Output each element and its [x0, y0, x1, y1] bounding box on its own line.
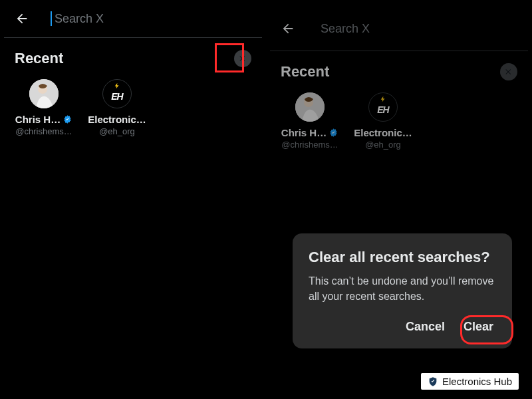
recent-item-handle: @eh_org [99, 126, 135, 136]
verified-badge-icon [63, 114, 72, 124]
watermark-text: Electronics Hub [442, 376, 512, 387]
phone-screenshot-right: Search X Recent Chris H… [270, 0, 528, 391]
bolt-icon [114, 82, 120, 89]
recent-item[interactable]: Chris H… @chrishems… [279, 92, 340, 150]
back-button[interactable] [11, 7, 33, 30]
recent-item-name: Electronic… [88, 114, 146, 125]
recent-item-name: Chris H… [15, 114, 61, 125]
back-button[interactable] [277, 17, 299, 40]
recent-item[interactable]: Chris H… @chrishems… [13, 79, 74, 136]
annotation-highlight-rect [215, 43, 244, 72]
text-cursor [51, 11, 52, 26]
avatar: EH [102, 79, 132, 108]
recent-item-name-row: Chris H… [281, 127, 338, 138]
verified-badge-icon [329, 128, 338, 138]
arrow-left-icon [281, 21, 295, 36]
recent-item-handle: @chrishems… [281, 140, 338, 150]
search-placeholder: Search X [55, 12, 104, 26]
avatar [29, 79, 59, 108]
recent-item-handle: @eh_org [365, 140, 401, 150]
avatar-logo-text: EH [111, 91, 122, 102]
top-bar: Search X [4, 0, 262, 38]
recent-item-name: Electronic… [354, 127, 412, 138]
avatar [295, 92, 325, 122]
arrow-left-icon [15, 11, 29, 26]
recent-searches-list: Chris H… @chrishems… EH Electronic… @eh_… [4, 72, 262, 143]
top-bar: Search X [270, 0, 528, 51]
dialog-title: Clear all recent searches? [309, 248, 496, 267]
search-input[interactable]: Search X [48, 12, 255, 26]
recent-label: Recent [15, 50, 63, 67]
recent-item-name-row: Chris H… [15, 114, 72, 125]
search-placeholder: Search X [321, 22, 370, 36]
recent-item-name-row: Electronic… [354, 127, 412, 138]
recent-item[interactable]: EH Electronic… @eh_org [86, 79, 148, 136]
recent-item-name-row: Electronic… [88, 114, 146, 125]
clear-recent-button[interactable] [500, 63, 517, 80]
avatar-image [29, 79, 59, 108]
avatar: EH [368, 92, 398, 122]
dimmed-background: Search X Recent Chris H… [270, 0, 528, 156]
close-icon [505, 68, 513, 76]
recent-item[interactable]: EH Electronic… @eh_org [352, 92, 414, 150]
watermark: Electronics Hub [421, 373, 519, 390]
recent-header: Recent [270, 51, 528, 86]
recent-searches-list: Chris H… @chrishems… EH Electronic… @eh_… [270, 86, 528, 156]
recent-item-handle: @chrishems… [15, 126, 72, 136]
avatar-logo-text: EH [377, 104, 388, 115]
cancel-button[interactable]: Cancel [403, 316, 448, 338]
bolt-icon [380, 96, 386, 102]
search-input[interactable]: Search X [314, 22, 521, 36]
recent-item-name: Chris H… [281, 127, 327, 138]
recent-label: Recent [281, 63, 329, 80]
shield-icon [428, 376, 438, 387]
phone-screenshot-left: Search X Recent Chris H… @chrishems… [4, 0, 262, 391]
annotation-highlight-oval [460, 315, 513, 344]
avatar-image [295, 92, 325, 122]
dialog-body: This can’t be undone and you’ll remove a… [309, 274, 496, 304]
